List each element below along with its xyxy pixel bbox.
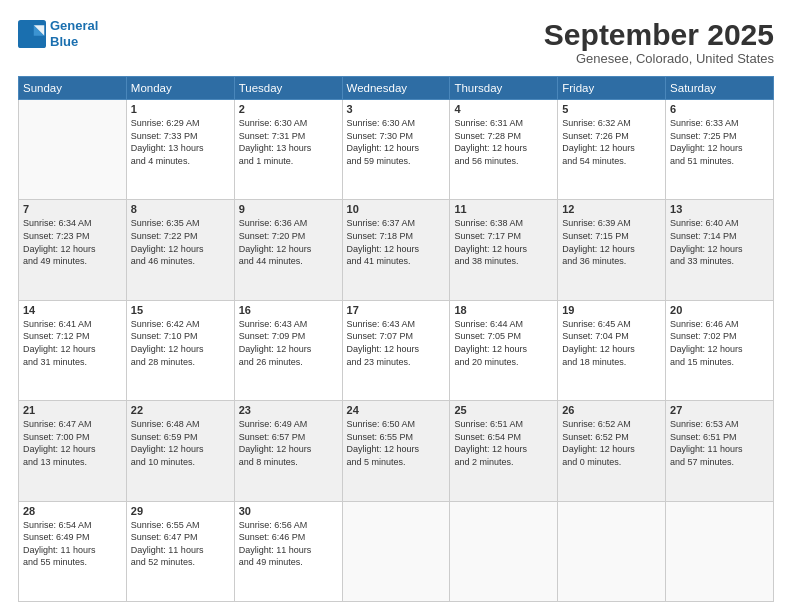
day-info: Sunrise: 6:39 AM Sunset: 7:15 PM Dayligh… [562,217,661,267]
title-block: September 2025 Genesee, Colorado, United… [544,18,774,66]
day-number: 10 [347,203,446,215]
day-info: Sunrise: 6:38 AM Sunset: 7:17 PM Dayligh… [454,217,553,267]
calendar-week-row: 21Sunrise: 6:47 AM Sunset: 7:00 PM Dayli… [19,401,774,501]
day-info: Sunrise: 6:48 AM Sunset: 6:59 PM Dayligh… [131,418,230,468]
day-number: 27 [670,404,769,416]
day-info: Sunrise: 6:42 AM Sunset: 7:10 PM Dayligh… [131,318,230,368]
calendar-cell [19,100,127,200]
day-info: Sunrise: 6:52 AM Sunset: 6:52 PM Dayligh… [562,418,661,468]
calendar-cell: 11Sunrise: 6:38 AM Sunset: 7:17 PM Dayli… [450,200,558,300]
day-number: 15 [131,304,230,316]
day-number: 28 [23,505,122,517]
day-info: Sunrise: 6:43 AM Sunset: 7:07 PM Dayligh… [347,318,446,368]
header: General Blue September 2025 Genesee, Col… [18,18,774,66]
calendar-cell: 25Sunrise: 6:51 AM Sunset: 6:54 PM Dayli… [450,401,558,501]
day-info: Sunrise: 6:29 AM Sunset: 7:33 PM Dayligh… [131,117,230,167]
main-title: September 2025 [544,18,774,51]
calendar-cell: 20Sunrise: 6:46 AM Sunset: 7:02 PM Dayli… [666,300,774,400]
calendar-cell: 16Sunrise: 6:43 AM Sunset: 7:09 PM Dayli… [234,300,342,400]
day-info: Sunrise: 6:53 AM Sunset: 6:51 PM Dayligh… [670,418,769,468]
calendar-header-row: SundayMondayTuesdayWednesdayThursdayFrid… [19,77,774,100]
day-info: Sunrise: 6:44 AM Sunset: 7:05 PM Dayligh… [454,318,553,368]
day-info: Sunrise: 6:33 AM Sunset: 7:25 PM Dayligh… [670,117,769,167]
calendar-week-row: 28Sunrise: 6:54 AM Sunset: 6:49 PM Dayli… [19,501,774,601]
calendar-cell: 6Sunrise: 6:33 AM Sunset: 7:25 PM Daylig… [666,100,774,200]
day-number: 11 [454,203,553,215]
calendar-cell: 29Sunrise: 6:55 AM Sunset: 6:47 PM Dayli… [126,501,234,601]
day-number: 1 [131,103,230,115]
calendar-cell: 27Sunrise: 6:53 AM Sunset: 6:51 PM Dayli… [666,401,774,501]
calendar-cell: 17Sunrise: 6:43 AM Sunset: 7:07 PM Dayli… [342,300,450,400]
calendar-week-row: 7Sunrise: 6:34 AM Sunset: 7:23 PM Daylig… [19,200,774,300]
day-number: 19 [562,304,661,316]
day-info: Sunrise: 6:32 AM Sunset: 7:26 PM Dayligh… [562,117,661,167]
day-number: 24 [347,404,446,416]
logo-line1: General [50,18,98,33]
calendar-cell: 2Sunrise: 6:30 AM Sunset: 7:31 PM Daylig… [234,100,342,200]
day-number: 8 [131,203,230,215]
day-number: 13 [670,203,769,215]
calendar-week-row: 14Sunrise: 6:41 AM Sunset: 7:12 PM Dayli… [19,300,774,400]
calendar-day-header: Wednesday [342,77,450,100]
day-number: 22 [131,404,230,416]
day-number: 12 [562,203,661,215]
calendar-day-header: Saturday [666,77,774,100]
day-info: Sunrise: 6:34 AM Sunset: 7:23 PM Dayligh… [23,217,122,267]
day-number: 3 [347,103,446,115]
day-info: Sunrise: 6:55 AM Sunset: 6:47 PM Dayligh… [131,519,230,569]
day-number: 30 [239,505,338,517]
day-number: 20 [670,304,769,316]
day-number: 9 [239,203,338,215]
day-info: Sunrise: 6:47 AM Sunset: 7:00 PM Dayligh… [23,418,122,468]
day-info: Sunrise: 6:35 AM Sunset: 7:22 PM Dayligh… [131,217,230,267]
calendar-cell: 9Sunrise: 6:36 AM Sunset: 7:20 PM Daylig… [234,200,342,300]
calendar-cell: 5Sunrise: 6:32 AM Sunset: 7:26 PM Daylig… [558,100,666,200]
calendar-cell [666,501,774,601]
calendar-table: SundayMondayTuesdayWednesdayThursdayFrid… [18,76,774,602]
calendar-cell: 19Sunrise: 6:45 AM Sunset: 7:04 PM Dayli… [558,300,666,400]
day-number: 18 [454,304,553,316]
calendar-cell: 26Sunrise: 6:52 AM Sunset: 6:52 PM Dayli… [558,401,666,501]
subtitle: Genesee, Colorado, United States [544,51,774,66]
day-number: 7 [23,203,122,215]
logo-icon [18,20,46,48]
calendar-cell: 4Sunrise: 6:31 AM Sunset: 7:28 PM Daylig… [450,100,558,200]
day-number: 29 [131,505,230,517]
calendar-cell: 1Sunrise: 6:29 AM Sunset: 7:33 PM Daylig… [126,100,234,200]
day-number: 23 [239,404,338,416]
calendar-cell [450,501,558,601]
calendar-cell: 23Sunrise: 6:49 AM Sunset: 6:57 PM Dayli… [234,401,342,501]
calendar-cell: 24Sunrise: 6:50 AM Sunset: 6:55 PM Dayli… [342,401,450,501]
calendar-day-header: Friday [558,77,666,100]
day-number: 26 [562,404,661,416]
calendar-cell [342,501,450,601]
calendar-cell: 30Sunrise: 6:56 AM Sunset: 6:46 PM Dayli… [234,501,342,601]
logo-line2: Blue [50,34,78,49]
day-number: 21 [23,404,122,416]
calendar-day-header: Sunday [19,77,127,100]
day-info: Sunrise: 6:40 AM Sunset: 7:14 PM Dayligh… [670,217,769,267]
day-info: Sunrise: 6:43 AM Sunset: 7:09 PM Dayligh… [239,318,338,368]
calendar-week-row: 1Sunrise: 6:29 AM Sunset: 7:33 PM Daylig… [19,100,774,200]
day-info: Sunrise: 6:49 AM Sunset: 6:57 PM Dayligh… [239,418,338,468]
day-number: 14 [23,304,122,316]
calendar-cell: 21Sunrise: 6:47 AM Sunset: 7:00 PM Dayli… [19,401,127,501]
calendar-cell: 13Sunrise: 6:40 AM Sunset: 7:14 PM Dayli… [666,200,774,300]
calendar-day-header: Monday [126,77,234,100]
day-number: 16 [239,304,338,316]
page: General Blue September 2025 Genesee, Col… [0,0,792,612]
day-info: Sunrise: 6:45 AM Sunset: 7:04 PM Dayligh… [562,318,661,368]
day-info: Sunrise: 6:46 AM Sunset: 7:02 PM Dayligh… [670,318,769,368]
day-info: Sunrise: 6:30 AM Sunset: 7:30 PM Dayligh… [347,117,446,167]
calendar-cell [558,501,666,601]
calendar-day-header: Thursday [450,77,558,100]
calendar-day-header: Tuesday [234,77,342,100]
calendar-cell: 22Sunrise: 6:48 AM Sunset: 6:59 PM Dayli… [126,401,234,501]
day-info: Sunrise: 6:41 AM Sunset: 7:12 PM Dayligh… [23,318,122,368]
calendar-cell: 8Sunrise: 6:35 AM Sunset: 7:22 PM Daylig… [126,200,234,300]
day-info: Sunrise: 6:50 AM Sunset: 6:55 PM Dayligh… [347,418,446,468]
day-number: 6 [670,103,769,115]
day-info: Sunrise: 6:31 AM Sunset: 7:28 PM Dayligh… [454,117,553,167]
logo-text: General Blue [50,18,98,49]
calendar-cell: 10Sunrise: 6:37 AM Sunset: 7:18 PM Dayli… [342,200,450,300]
